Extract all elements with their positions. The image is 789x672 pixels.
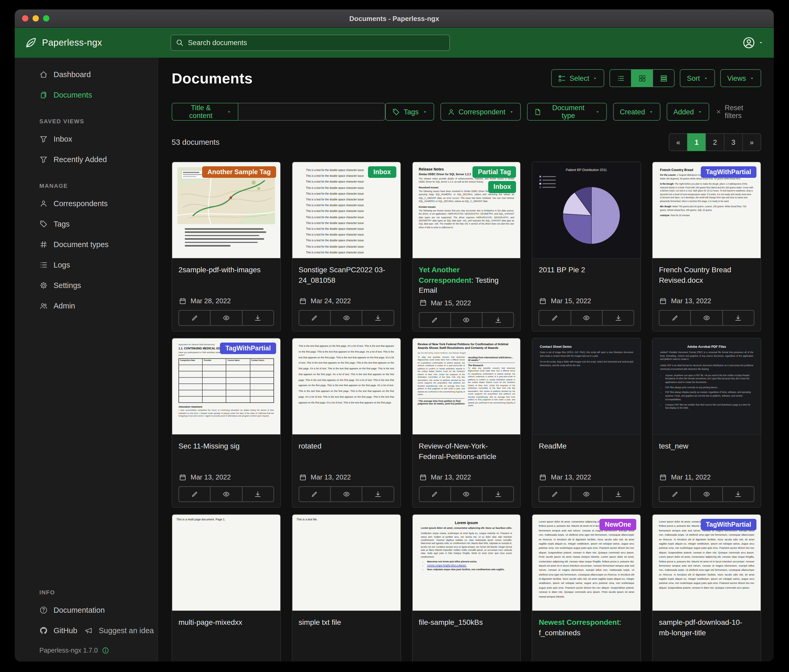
- pagination-page-3[interactable]: 3: [724, 133, 743, 151]
- sidebar-item-correspondents[interactable]: Correspondents: [15, 193, 158, 213]
- document-title[interactable]: multi-page-mixedxx: [179, 618, 274, 628]
- document-thumbnail[interactable]: Patient BP Distribution 2011: [533, 162, 641, 259]
- edit-document-button[interactable]: [539, 310, 571, 326]
- document-title[interactable]: test_new: [659, 441, 754, 451]
- brand[interactable]: Paperless-ngx: [24, 36, 171, 49]
- minimize-window-button[interactable]: [32, 15, 39, 22]
- document-type-filter-button[interactable]: Document type: [527, 103, 607, 121]
- document-title[interactable]: simple txt file: [299, 618, 394, 628]
- sidebar-item-document-types[interactable]: Document types: [15, 234, 158, 255]
- document-title[interactable]: Sonstige ScanPC2022 03-24_081058: [299, 265, 394, 285]
- sidebar-item-admin[interactable]: Admin: [15, 295, 158, 316]
- sidebar-item-documents[interactable]: Documents: [15, 84, 158, 105]
- document-title[interactable]: ReadMe: [539, 441, 634, 451]
- view-document-button[interactable]: [570, 310, 603, 326]
- sidebar-item-github[interactable]: GitHub: [15, 620, 77, 640]
- download-document-button[interactable]: [242, 310, 274, 326]
- download-document-button[interactable]: [482, 486, 514, 502]
- sidebar-item-suggest-an-idea[interactable]: Suggest an idea: [77, 620, 154, 640]
- pagination-page-1[interactable]: 1: [687, 133, 706, 151]
- document-tag[interactable]: TagWithPartial: [701, 166, 757, 178]
- document-title[interactable]: rotated: [299, 441, 394, 451]
- document-tag[interactable]: TagWithPartial: [220, 342, 276, 354]
- view-grid-button[interactable]: [631, 69, 653, 87]
- download-document-button[interactable]: [602, 310, 634, 326]
- document-tag[interactable]: Inbox: [488, 181, 516, 193]
- title-content-filter-input[interactable]: [238, 103, 385, 121]
- download-document-button[interactable]: [242, 486, 274, 502]
- view-document-button[interactable]: [450, 486, 483, 502]
- document-title[interactable]: sample-pdf-download-10-mb-longer-title: [659, 618, 754, 638]
- sidebar-item-recently-added[interactable]: Recently Added: [15, 149, 158, 169]
- document-title[interactable]: French Country Bread Revised.docx: [659, 265, 754, 285]
- document-thumbnail[interactable]: Lorem ipsum dolor sit amet, consectetur …: [533, 514, 641, 611]
- sidebar-item-dashboard[interactable]: Dashboard: [15, 64, 158, 84]
- download-document-button[interactable]: [482, 312, 514, 328]
- document-title[interactable]: 2sample-pdf-with-images: [179, 265, 274, 275]
- pagination-page-2[interactable]: 2: [706, 133, 724, 151]
- added-filter-button[interactable]: Added: [666, 103, 709, 121]
- document-thumbnail[interactable]: Lorem ipsum dolor sit amet, consectetur …: [653, 514, 761, 611]
- document-title[interactable]: Newest Correspondent: f_combineds: [539, 618, 634, 638]
- sidebar-item-settings[interactable]: Settings: [15, 275, 158, 295]
- sidebar-item-inbox[interactable]: Inbox: [15, 129, 158, 149]
- view-list-button[interactable]: [610, 69, 632, 87]
- tags-filter-button[interactable]: Tags: [385, 103, 434, 121]
- edit-document-button[interactable]: [418, 486, 451, 502]
- edit-document-button[interactable]: [299, 310, 331, 326]
- document-tag[interactable]: Inbox: [368, 166, 396, 178]
- edit-document-button[interactable]: [539, 486, 571, 502]
- document-title[interactable]: Yet Another Correspondent: Testing Email: [418, 265, 514, 296]
- view-document-button[interactable]: [330, 486, 363, 502]
- select-button[interactable]: Select: [551, 69, 604, 87]
- view-document-button[interactable]: [450, 312, 483, 328]
- document-thumbnail[interactable]: Another Sample Tag: [172, 162, 280, 259]
- created-filter-button[interactable]: Created: [613, 103, 660, 121]
- document-correspondent[interactable]: Newest Correspondent: [539, 618, 620, 626]
- document-tag[interactable]: NewOne: [599, 519, 636, 530]
- download-document-button[interactable]: [602, 486, 634, 502]
- view-document-button[interactable]: [210, 486, 243, 502]
- pagination-prev[interactable]: «: [669, 133, 688, 151]
- edit-document-button[interactable]: [659, 486, 691, 502]
- view-document-button[interactable]: [330, 310, 363, 326]
- close-window-button[interactable]: [22, 15, 28, 22]
- document-title[interactable]: file-sample_150kBs: [418, 618, 514, 628]
- document-tag[interactable]: Partial Tag: [473, 166, 516, 178]
- download-document-button[interactable]: [722, 310, 754, 326]
- document-tag[interactable]: Another Sample Tag: [202, 166, 276, 178]
- edit-document-button[interactable]: [418, 312, 451, 328]
- document-thumbnail[interactable]: This is a multi page document. Page 1.: [172, 514, 280, 611]
- view-document-button[interactable]: [691, 310, 723, 326]
- view-document-button[interactable]: [210, 310, 243, 326]
- edit-document-button[interactable]: [659, 310, 691, 326]
- view-document-button[interactable]: [570, 486, 603, 502]
- view-document-button[interactable]: [691, 486, 723, 502]
- search-input[interactable]: [171, 35, 450, 51]
- document-thumbnail[interactable]: Review of New York Federal Petitions for…: [412, 338, 521, 435]
- info-icon[interactable]: [102, 647, 109, 654]
- edit-document-button[interactable]: [299, 486, 331, 502]
- document-tag[interactable]: TagWithPartial: [701, 519, 757, 530]
- edit-document-button[interactable]: [179, 486, 211, 502]
- title-content-filter-button[interactable]: Title & content: [172, 103, 238, 121]
- user-menu[interactable]: [742, 36, 763, 49]
- download-document-button[interactable]: [362, 486, 394, 502]
- document-thumbnail[interactable]: This is the text that appears on the fir…: [292, 338, 401, 435]
- document-title[interactable]: Sec 11-Missing sig: [179, 441, 274, 451]
- document-correspondent[interactable]: Yet Another Correspondent: [418, 266, 471, 284]
- document-thumbnail[interactable]: Application for Medical Staff Membership…: [172, 338, 280, 435]
- pagination-next[interactable]: »: [742, 133, 761, 151]
- document-thumbnail[interactable]: Contact Sheet DemoGiven a set of image f…: [533, 338, 641, 435]
- views-button[interactable]: Views: [720, 69, 761, 87]
- document-thumbnail[interactable]: This is a test for the double space char…: [292, 162, 401, 259]
- sidebar-item-logs[interactable]: Logs: [15, 255, 158, 275]
- document-thumbnail[interactable]: French Country BreadFor the Leaven: 1 he…: [653, 162, 761, 259]
- sort-button[interactable]: Sort: [680, 69, 715, 87]
- document-thumbnail[interactable]: Adobe Acrobat PDF FilesAdobe® Portable D…: [653, 338, 761, 435]
- zoom-window-button[interactable]: [43, 15, 50, 22]
- document-thumbnail[interactable]: This is a test file.: [292, 514, 401, 611]
- correspondent-filter-button[interactable]: Correspondent: [440, 103, 521, 121]
- download-document-button[interactable]: [722, 486, 754, 502]
- document-title[interactable]: 2011 BP Pie 2: [539, 265, 634, 275]
